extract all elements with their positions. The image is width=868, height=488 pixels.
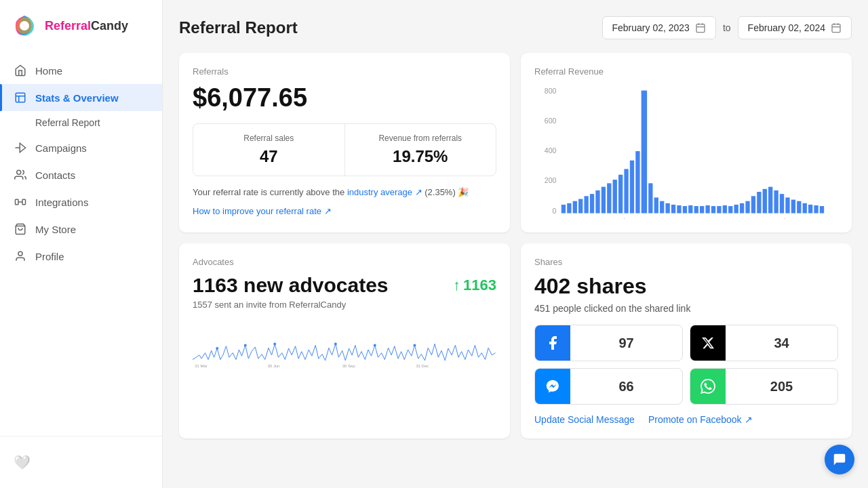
chat-bubble[interactable]: [825, 445, 854, 474]
svg-text:30 Aug: 30 Aug: [640, 217, 660, 219]
top-cards-row: Referrals $6,077.65 Referral sales 47 Re…: [179, 53, 852, 232]
sidebar-item-my-store[interactable]: My Store: [0, 216, 162, 243]
svg-text:800: 800: [545, 87, 557, 95]
svg-rect-13: [696, 24, 705, 33]
svg-text:16 Apr: 16 Apr: [565, 217, 583, 219]
svg-rect-44: [665, 203, 669, 214]
page-title: Referral Report: [179, 18, 298, 37]
twitter-share-btn[interactable]: 34: [690, 325, 838, 361]
sidebar-label-referral-report: Referral Report: [35, 117, 100, 128]
promote-facebook-link[interactable]: Promote on Facebook ↗: [648, 414, 753, 425]
revenue-card: Referral Revenue 800 600 400 200 0: [521, 53, 852, 232]
svg-point-7: [17, 170, 21, 174]
referral-sales-label: Referral sales: [204, 134, 334, 143]
svg-rect-49: [694, 206, 698, 214]
up-arrow-icon: ↑: [453, 277, 460, 294]
svg-rect-45: [671, 205, 675, 214]
svg-rect-70: [814, 205, 818, 214]
page-header: Referral Report February 02, 2023 to Feb…: [179, 16, 852, 39]
advocates-count: 1163 new advocates: [193, 274, 389, 297]
whatsapp-share-btn[interactable]: 205: [690, 368, 838, 405]
referrals-card: Referrals $6,077.65 Referral sales 47 Re…: [179, 53, 510, 232]
svg-rect-63: [774, 190, 778, 214]
svg-rect-66: [791, 200, 795, 214]
update-social-link[interactable]: Update Social Message: [534, 414, 635, 425]
svg-rect-40: [642, 91, 647, 214]
svg-rect-37: [624, 169, 628, 213]
sidebar-item-referral-report[interactable]: Referral Report: [0, 111, 162, 134]
revenue-card-label: Referral Revenue: [534, 66, 838, 77]
svg-rect-47: [683, 206, 687, 214]
svg-rect-50: [700, 206, 704, 214]
sidebar-label-contacts: Contacts: [35, 169, 75, 181]
svg-rect-35: [613, 180, 617, 213]
svg-rect-31: [590, 194, 594, 213]
svg-text:31 Mar: 31 Mar: [195, 364, 207, 368]
advocates-header: 1163 new advocates ↑ 1163: [193, 274, 496, 297]
main-content: Referral Report February 02, 2023 to Feb…: [163, 0, 868, 488]
svg-rect-65: [785, 197, 789, 213]
svg-rect-32: [595, 190, 599, 214]
facebook-share-btn[interactable]: 97: [534, 325, 683, 361]
sidebar-item-contacts[interactable]: Contacts: [0, 161, 162, 188]
shares-card: Shares 402 shares 451 people clicked on …: [521, 243, 852, 439]
svg-text:600: 600: [545, 117, 557, 125]
svg-point-83: [334, 342, 337, 345]
svg-rect-33: [601, 187, 606, 214]
svg-rect-55: [728, 206, 732, 214]
messenger-share-btn[interactable]: 66: [534, 368, 683, 405]
twitter-count: 34: [726, 336, 837, 351]
svg-point-80: [216, 347, 218, 350]
svg-rect-60: [757, 192, 761, 214]
shares-count: 402 shares: [534, 274, 838, 299]
app-name: ReferralCandy: [45, 19, 128, 33]
sidebar-item-integrations[interactable]: Integrations: [0, 188, 162, 216]
sidebar-label-home: Home: [35, 65, 62, 77]
svg-point-85: [413, 344, 416, 346]
svg-rect-26: [561, 205, 566, 214]
svg-rect-38: [630, 161, 634, 214]
profile-icon: [14, 249, 27, 263]
svg-text:31 Dec: 31 Dec: [416, 364, 429, 368]
referrals-amount: $6,077.65: [193, 83, 496, 113]
improve-link[interactable]: How to improve your referral rate ↗: [193, 206, 332, 216]
svg-rect-52: [711, 206, 715, 214]
referral-note: Your referral rate is currently above th…: [193, 186, 496, 199]
sidebar-item-home[interactable]: Home: [0, 57, 162, 84]
svg-text:6 Sep: 6 Sep: [800, 217, 817, 219]
svg-point-1: [20, 21, 29, 30]
home-icon: [14, 64, 27, 77]
svg-rect-56: [734, 205, 738, 214]
sidebar-label-campaigns: Campaigns: [35, 142, 87, 154]
svg-text:400: 400: [545, 146, 557, 155]
svg-rect-64: [780, 194, 784, 213]
svg-text:2 Jul: 2 Jul: [772, 217, 785, 219]
date-from-input[interactable]: February 02, 2023: [602, 16, 716, 39]
calendar-from-icon: [695, 22, 706, 33]
stats-icon: [14, 91, 27, 104]
svg-rect-51: [705, 205, 709, 214]
svg-rect-54: [723, 205, 727, 214]
referral-stats: Referral sales 47 Revenue from referrals…: [193, 123, 496, 176]
sidebar-item-profile[interactable]: Profile: [0, 243, 162, 270]
nav-items: Home Stats & Overview Referral Report Ca…: [0, 52, 162, 436]
svg-text:1 Nov: 1 Nov: [675, 217, 692, 219]
svg-rect-69: [808, 205, 812, 214]
svg-rect-53: [717, 206, 721, 214]
sidebar-item-campaigns[interactable]: Campaigns: [0, 134, 162, 161]
revenue-chart-svg: 800 600 400 200 0: [534, 83, 838, 219]
date-to-input[interactable]: February 02, 2024: [738, 16, 852, 39]
whatsapp-count: 205: [726, 379, 837, 394]
svg-rect-68: [803, 203, 807, 214]
svg-text:200: 200: [545, 176, 557, 184]
messenger-count: 66: [570, 379, 682, 394]
svg-text:24 Jul: 24 Jul: [608, 217, 625, 219]
advocates-delta: ↑ 1163: [453, 277, 496, 294]
sidebar-item-stats[interactable]: Stats & Overview: [0, 84, 162, 111]
advocates-card: Advocates 1163 new advocates ↑ 1163 1557…: [179, 243, 510, 439]
svg-rect-67: [797, 201, 801, 214]
svg-rect-71: [820, 206, 824, 214]
svg-rect-28: [573, 201, 577, 214]
industry-average-link[interactable]: industry average ↗: [347, 187, 422, 197]
svg-rect-42: [654, 197, 658, 213]
